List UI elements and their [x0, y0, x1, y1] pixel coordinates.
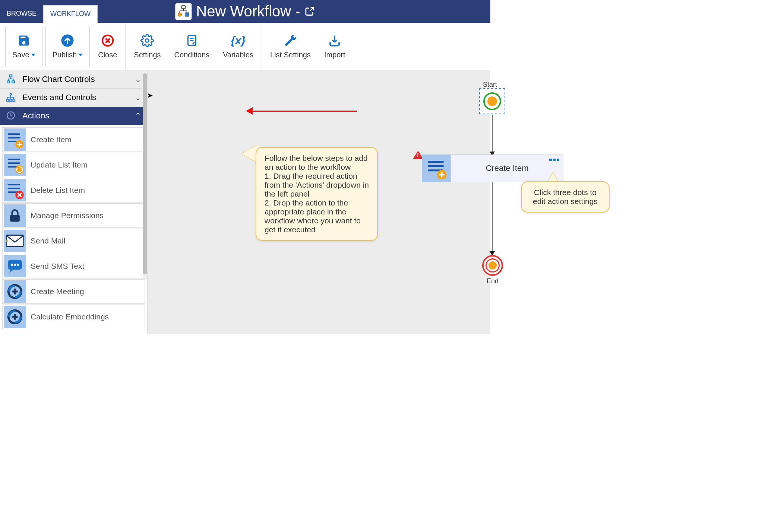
import-icon	[328, 34, 342, 48]
conditions-label: Conditions	[174, 51, 210, 59]
section-events-controls[interactable]: Events and Controls ⌄	[0, 89, 147, 107]
update-item-icon	[4, 154, 26, 176]
canvas-action-node[interactable]: Create Item	[422, 154, 563, 182]
variables-label: Variables	[223, 51, 253, 59]
action-label: Create Item	[31, 135, 72, 144]
popout-icon[interactable]	[305, 3, 315, 20]
action-send-mail[interactable]: Send Mail	[2, 229, 145, 253]
close-label: Close	[98, 51, 117, 59]
svg-point-1	[178, 13, 181, 16]
section-flow-chart-controls[interactable]: Flow Chart Controls ⌄	[0, 70, 147, 89]
svg-point-13	[10, 93, 12, 95]
conditions-icon	[185, 34, 199, 48]
actions-list: Create Item Update List Item Delete List…	[0, 125, 147, 332]
flow-chart-icon	[6, 74, 16, 85]
sidebar-scrollbar-thumb[interactable]	[143, 73, 147, 274]
section-label: Events and Controls	[22, 93, 96, 102]
svg-rect-30	[10, 215, 20, 222]
close-button[interactable]: Close	[91, 26, 124, 67]
tab-workflow[interactable]: WORKFLOW	[43, 5, 98, 23]
section-label: Actions	[22, 111, 49, 121]
create-item-icon	[4, 128, 26, 151]
svg-rect-31	[7, 235, 23, 247]
publish-icon	[60, 34, 75, 48]
settings-label: Settings	[134, 51, 161, 59]
page-title: New Workflow -	[196, 3, 300, 20]
svg-point-35	[17, 264, 19, 266]
caret-down-icon	[31, 54, 35, 56]
ribbon-tabs: BROWSE WORKFLOW	[0, 0, 98, 23]
annotation-arrowhead-icon	[246, 107, 253, 115]
page-title-group: New Workflow -	[175, 3, 315, 20]
svg-rect-11	[7, 81, 10, 83]
gear-icon	[140, 34, 154, 48]
svg-rect-2	[185, 13, 189, 16]
workflow-canvas[interactable]: ➤ Start Create Item	[148, 70, 490, 334]
actions-icon	[6, 111, 16, 121]
svg-rect-12	[12, 81, 15, 83]
action-calculate-embeddings[interactable]: Calculate Embeddings	[2, 305, 145, 329]
svg-point-5	[146, 39, 149, 42]
action-label: Send SMS Text	[31, 262, 84, 271]
section-actions[interactable]: Actions ⌃	[0, 107, 147, 125]
close-icon	[101, 34, 115, 48]
import-label: Import	[324, 51, 345, 59]
variables-button[interactable]: {x} Variables	[216, 26, 260, 67]
action-create-item[interactable]: Create Item	[2, 127, 145, 152]
action-settings-dots[interactable]	[549, 159, 559, 161]
tab-browse[interactable]: BROWSE	[0, 5, 43, 23]
svg-rect-0	[181, 6, 185, 9]
import-button[interactable]: Import	[317, 26, 352, 67]
action-node-label: Create Item	[486, 163, 529, 173]
delete-item-icon	[4, 179, 26, 201]
action-delete-list-item[interactable]: Delete List Item	[2, 178, 145, 203]
action-label: Create Meeting	[31, 287, 84, 296]
list-settings-button[interactable]: List Settings	[263, 26, 317, 67]
svg-rect-10	[10, 75, 12, 77]
publish-label: Publish	[53, 51, 77, 59]
save-icon	[17, 34, 31, 48]
end-node-label: End	[487, 277, 499, 285]
settings-button[interactable]: Settings	[127, 26, 167, 67]
svg-rect-16	[10, 99, 12, 101]
ribbon-toolbar: Save Publish Close Settings	[0, 23, 490, 70]
action-create-meeting[interactable]: Create Meeting	[2, 279, 145, 304]
publish-button[interactable]: Publish	[45, 26, 90, 67]
chevron-up-icon: ⌃	[135, 111, 141, 120]
workflow-icon	[175, 3, 192, 20]
callout-tail	[548, 172, 558, 182]
wrench-icon	[284, 34, 298, 48]
svg-rect-14	[7, 99, 9, 101]
connector-arrow	[492, 182, 493, 252]
conditions-button[interactable]: Conditions	[168, 26, 216, 67]
create-item-icon	[422, 154, 451, 182]
list-settings-label: List Settings	[270, 51, 311, 59]
start-node-label: Start	[483, 81, 497, 89]
end-node[interactable]	[482, 255, 503, 276]
chevron-down-icon: ⌄	[135, 75, 141, 84]
section-label: Flow Chart Controls	[22, 74, 95, 84]
start-node[interactable]	[479, 88, 505, 114]
sms-icon	[4, 255, 26, 277]
action-label: Manage Permissions	[31, 211, 104, 220]
action-node-body: Create Item	[451, 154, 563, 182]
mail-icon	[4, 230, 26, 252]
save-button[interactable]: Save	[5, 26, 42, 67]
svg-point-33	[11, 264, 13, 266]
events-icon	[6, 92, 16, 103]
action-label: Delete List Item	[31, 186, 85, 195]
svg-rect-15	[13, 99, 15, 101]
action-label: Send Mail	[31, 236, 65, 245]
annotation-arrow	[249, 111, 357, 112]
action-update-list-item[interactable]: Update List Item	[2, 153, 145, 177]
chevron-down-icon: ⌄	[135, 93, 141, 102]
save-label: Save	[12, 51, 29, 59]
sidebar-scrollbar-track[interactable]	[143, 70, 147, 279]
variables-icon: {x}	[231, 34, 245, 48]
embeddings-icon	[4, 306, 26, 328]
meeting-icon	[4, 280, 26, 303]
action-send-sms[interactable]: Send SMS Text	[2, 254, 145, 278]
instructions-callout: Follow the below steps to add an action …	[256, 147, 378, 241]
action-label: Calculate Embeddings	[31, 312, 109, 321]
action-manage-permissions[interactable]: Manage Permissions	[2, 203, 145, 228]
